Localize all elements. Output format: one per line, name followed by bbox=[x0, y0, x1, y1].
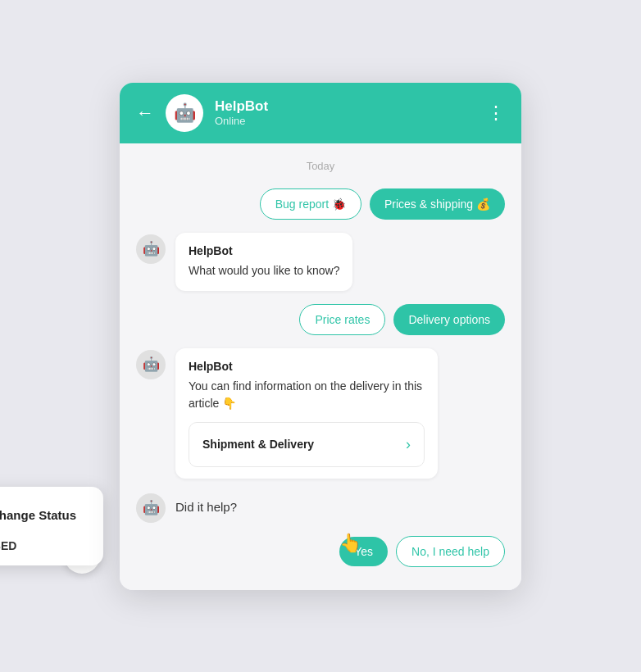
back-icon: ← bbox=[136, 102, 154, 124]
bot-message-2: 🤖 HelpBot You can find information on th… bbox=[136, 348, 505, 479]
did-it-help-row: 🤖 Did it help? bbox=[136, 492, 505, 523]
response-buttons: Yes No, I need help bbox=[136, 536, 505, 570]
delivery-options-button[interactable]: Delivery options bbox=[393, 304, 505, 335]
chevron-right-icon: › bbox=[406, 436, 411, 453]
article-card[interactable]: Shipment & Delivery › bbox=[189, 422, 425, 467]
popup-status: CLOSED bbox=[0, 539, 89, 552]
bot-avatar-header: 🤖 bbox=[166, 94, 203, 132]
chat-body: Today Bug report 🐞 Prices & shipping 💰 🤖… bbox=[120, 143, 521, 590]
bot-text-1: What would you like to know? bbox=[189, 262, 339, 279]
did-it-help-text: Did it help? bbox=[175, 500, 237, 514]
header-info: HelpBot Online bbox=[215, 98, 475, 127]
prices-shipping-button[interactable]: Prices & shipping 💰 bbox=[370, 188, 505, 220]
menu-icon: ⋮ bbox=[487, 102, 505, 123]
bot-text-2: You can find information on the delivery… bbox=[189, 378, 425, 412]
bot-status: Online bbox=[215, 115, 475, 127]
yes-button[interactable]: Yes bbox=[339, 537, 388, 566]
article-card-title: Shipment & Delivery bbox=[202, 438, 314, 451]
bot-sender-1: HelpBot bbox=[189, 244, 339, 257]
chat-header: ← 🤖 HelpBot Online ⋮ bbox=[120, 83, 521, 143]
bot-avatar-1: 🤖 bbox=[136, 234, 166, 264]
chat-window: ← 🤖 HelpBot Online ⋮ Today Bug report 🐞 … bbox=[120, 83, 521, 590]
no-need-help-button[interactable]: No, I need help bbox=[396, 536, 505, 567]
bug-report-button[interactable]: Bug report 🐞 bbox=[260, 188, 361, 220]
status-popup: 🪪 Change Status CLOSED bbox=[0, 487, 103, 565]
popup-title: Change Status bbox=[0, 508, 76, 522]
bot-sender-2: HelpBot bbox=[189, 360, 425, 373]
date-label: Today bbox=[136, 160, 505, 172]
bot-avatar-3: 🤖 bbox=[136, 493, 166, 523]
menu-button[interactable]: ⋮ bbox=[487, 102, 505, 124]
back-button[interactable]: ← bbox=[136, 102, 154, 124]
quick-replies-row-2: Price rates Delivery options bbox=[136, 304, 505, 335]
price-rates-button[interactable]: Price rates bbox=[299, 304, 385, 335]
popup-header: 🪪 Change Status bbox=[0, 502, 89, 529]
bot-bubble-2: HelpBot You can find information on the … bbox=[175, 348, 438, 479]
bot-name: HelpBot bbox=[215, 98, 475, 115]
bot-message-1: 🤖 HelpBot What would you like to know? bbox=[136, 233, 505, 291]
bot-avatar-2: 🤖 bbox=[136, 350, 166, 379]
popup-status-label: CLOSED bbox=[0, 539, 16, 552]
quick-replies-row-1: Bug report 🐞 Prices & shipping 💰 bbox=[136, 188, 505, 220]
bot-bubble-1: HelpBot What would you like to know? bbox=[175, 233, 352, 291]
